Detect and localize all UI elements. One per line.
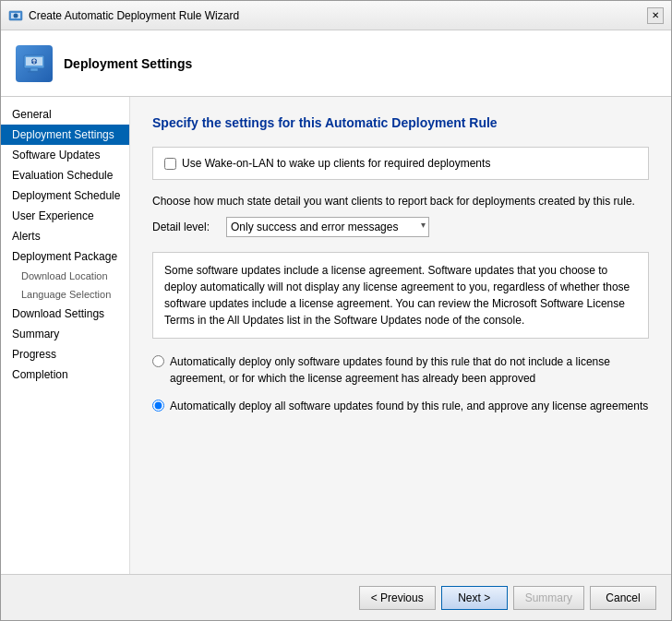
app-icon (8, 8, 23, 23)
deployment-icon (22, 52, 46, 76)
wake-on-lan-checkbox[interactable] (164, 158, 176, 170)
sidebar: General Deployment Settings Software Upd… (1, 97, 130, 574)
main-content-area: Specify the settings for this Automatic … (130, 97, 671, 574)
sidebar-item-completion[interactable]: Completion (1, 364, 129, 385)
sidebar-item-progress[interactable]: Progress (1, 344, 129, 364)
page-title: Specify the settings for this Automatic … (152, 115, 649, 130)
svg-point-2 (14, 13, 18, 18)
wake-on-lan-row: Use Wake-on-LAN to wake up clients for r… (152, 147, 649, 180)
detail-level-row: Detail level: Only success and error mes… (152, 217, 649, 237)
header-title: Deployment Settings (64, 56, 192, 71)
sidebar-item-deployment-package[interactable]: Deployment Package (1, 246, 129, 267)
main-window: Create Automatic Deployment Rule Wizard … (0, 0, 672, 621)
header-icon (16, 45, 53, 82)
sidebar-item-language-selection[interactable]: Language Selection (1, 285, 129, 304)
choose-state-text: Choose how much state detail you want cl… (152, 195, 649, 208)
sidebar-item-user-experience[interactable]: User Experience (1, 206, 129, 226)
detail-level-label: Detail level: (152, 221, 217, 233)
svg-rect-6 (28, 71, 41, 73)
sidebar-item-general[interactable]: General (1, 104, 129, 125)
sidebar-item-deployment-settings[interactable]: Deployment Settings (1, 125, 129, 145)
radio-group: Automatically deploy only software updat… (152, 353, 649, 414)
radio-2-label: Automatically deploy all software update… (170, 398, 648, 414)
window-title: Create Automatic Deployment Rule Wizard (29, 9, 239, 22)
detail-level-select[interactable]: Only success and error messagesOnly erro… (226, 217, 429, 237)
detail-level-select-wrapper: Only success and error messagesOnly erro… (226, 217, 429, 237)
next-button[interactable]: Next > (441, 586, 508, 610)
license-info-box: Some software updates include a license … (152, 252, 649, 339)
radio-row-2: Automatically deploy all software update… (152, 398, 649, 414)
sidebar-item-download-location[interactable]: Download Location (1, 267, 129, 285)
radio-no-license[interactable] (152, 355, 164, 367)
content-area: General Deployment Settings Software Upd… (1, 97, 671, 574)
radio-row-1: Automatically deploy only software updat… (152, 353, 649, 387)
close-button[interactable]: ✕ (647, 7, 664, 24)
license-info-text: Some software updates include a license … (164, 264, 630, 327)
sidebar-item-alerts[interactable]: Alerts (1, 226, 129, 246)
title-bar-left: Create Automatic Deployment Rule Wizard (8, 8, 239, 23)
sidebar-item-download-settings[interactable]: Download Settings (1, 304, 129, 324)
cancel-button[interactable]: Cancel (590, 586, 656, 610)
sidebar-item-deployment-schedule[interactable]: Deployment Schedule (1, 185, 129, 206)
bottom-bar: < Previous Next > Summary Cancel (1, 574, 671, 620)
svg-rect-5 (30, 68, 38, 71)
wake-on-lan-label: Use Wake-on-LAN to wake up clients for r… (182, 157, 490, 170)
header-area: Deployment Settings (1, 30, 671, 97)
title-bar: Create Automatic Deployment Rule Wizard … (1, 1, 671, 30)
summary-button[interactable]: Summary (513, 586, 584, 610)
sidebar-item-software-updates[interactable]: Software Updates (1, 145, 129, 165)
radio-all-updates[interactable] (152, 400, 164, 412)
radio-1-label: Automatically deploy only software updat… (170, 353, 649, 387)
previous-button[interactable]: < Previous (359, 586, 436, 610)
sidebar-item-summary[interactable]: Summary (1, 324, 129, 344)
sidebar-item-evaluation-schedule[interactable]: Evaluation Schedule (1, 165, 129, 185)
